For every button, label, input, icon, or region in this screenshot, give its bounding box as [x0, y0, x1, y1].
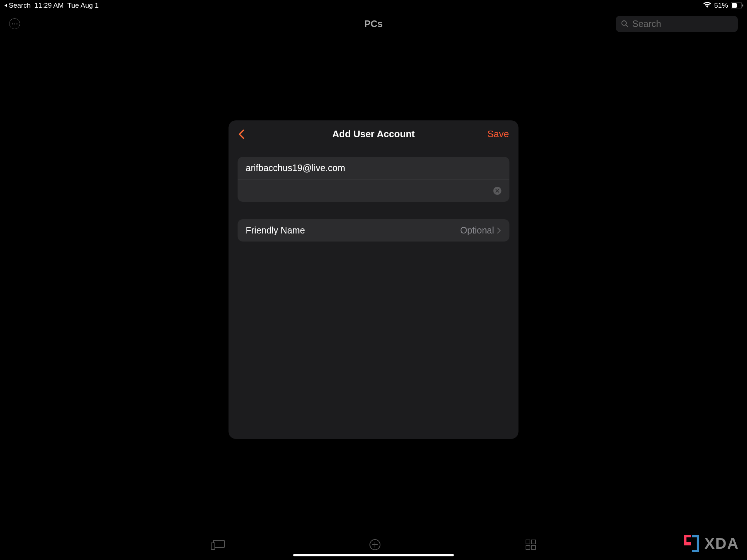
friendly-name-label: Friendly Name: [246, 225, 305, 236]
chevron-left-icon: [238, 129, 245, 140]
password-row: [238, 179, 510, 202]
modal-body: Friendly Name Optional: [229, 148, 519, 251]
app-title: PCs: [364, 18, 383, 30]
friendly-name-row[interactable]: Friendly Name Optional: [238, 219, 510, 242]
svg-rect-1: [732, 3, 737, 8]
tab-workspaces[interactable]: [525, 539, 537, 551]
chevron-right-icon: [497, 227, 502, 234]
wifi-icon: [703, 1, 711, 9]
svg-rect-10: [526, 540, 530, 544]
svg-rect-11: [531, 540, 535, 544]
svg-rect-6: [211, 543, 215, 549]
battery-icon: [731, 3, 743, 8]
watermark-text: XDA: [704, 535, 739, 552]
close-icon: [495, 189, 500, 193]
back-to-search[interactable]: Search: [4, 1, 31, 9]
status-time: 11:29 AM: [34, 1, 63, 9]
friendly-name-value: Optional: [460, 225, 494, 236]
modal-header: Add User Account Save: [229, 120, 519, 148]
tab-pcs[interactable]: [210, 539, 225, 550]
search-container[interactable]: [616, 16, 738, 32]
battery-percent: 51%: [714, 1, 728, 9]
monitor-icon: [210, 539, 225, 550]
xda-bracket-icon: [682, 534, 701, 553]
plus-circle-icon: [369, 539, 381, 551]
back-triangle-icon: [4, 3, 8, 8]
search-icon: [621, 19, 629, 28]
tab-add[interactable]: [369, 539, 381, 551]
status-bar-right: 51%: [703, 1, 743, 9]
svg-rect-2: [742, 4, 743, 7]
credentials-group: [238, 157, 510, 202]
status-bar: Search 11:29 AM Tue Aug 1 51%: [0, 0, 747, 11]
back-search-label: Search: [9, 1, 31, 9]
grid-icon: [525, 539, 537, 551]
modal-title: Add User Account: [332, 128, 415, 140]
clear-button[interactable]: [494, 187, 502, 195]
friendly-name-value-container: Optional: [460, 225, 501, 236]
username-row: [238, 157, 510, 179]
back-button[interactable]: [238, 129, 245, 140]
save-button[interactable]: Save: [487, 128, 509, 140]
watermark: XDA: [682, 534, 739, 553]
password-input[interactable]: [246, 185, 502, 196]
home-indicator[interactable]: [293, 554, 454, 556]
more-icon: [12, 23, 18, 24]
more-button[interactable]: [9, 18, 20, 29]
status-bar-left: Search 11:29 AM Tue Aug 1: [4, 1, 98, 9]
svg-line-4: [626, 25, 627, 27]
svg-rect-12: [526, 545, 530, 549]
app-header: PCs: [0, 13, 747, 35]
add-user-modal: Add User Account Save Friendly Name Opti…: [229, 120, 519, 439]
svg-rect-13: [531, 545, 535, 549]
username-input[interactable]: [246, 163, 502, 173]
status-date: Tue Aug 1: [67, 1, 98, 9]
search-input[interactable]: [632, 19, 733, 29]
